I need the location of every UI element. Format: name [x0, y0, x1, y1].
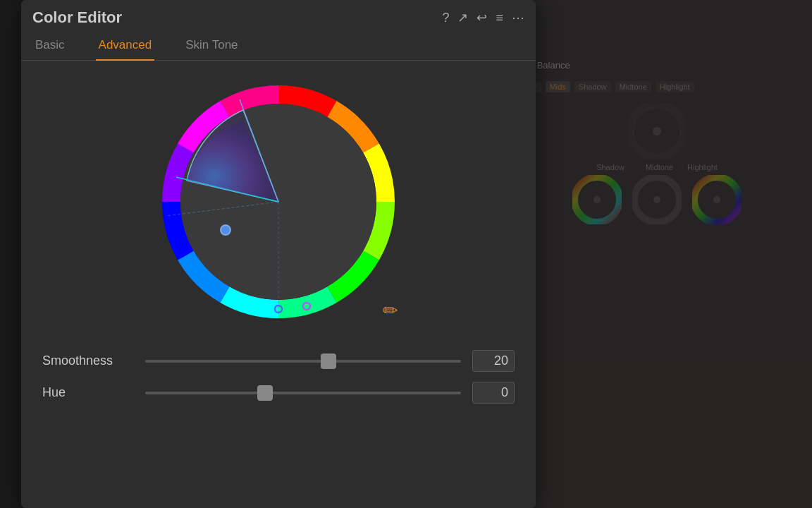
cb-tab-shadow[interactable]: Shadow — [574, 81, 611, 92]
undo-icon[interactable]: ↩ — [476, 10, 487, 25]
svg-point-7 — [713, 196, 720, 203]
cb-tab-mids[interactable]: Mids — [546, 81, 570, 92]
hue-value[interactable]: 0 — [472, 382, 515, 404]
tab-advanced[interactable]: Advanced — [96, 32, 155, 61]
svg-point-1 — [653, 127, 661, 135]
color-balance-panel: Color Balance Master Mids Shadow Midtone… — [509, 56, 805, 224]
toolbar-icons: ? ↗ ↩ ≡ ⋯ — [442, 10, 524, 25]
help-icon[interactable]: ? — [442, 11, 449, 25]
mini-wheels-row2 — [509, 175, 805, 224]
color-wheel-container: ✏ — [21, 61, 536, 343]
color-wheel-wrapper: ✏ — [152, 75, 405, 336]
svg-point-3 — [593, 196, 601, 203]
mw-label-shadow: Shadow — [596, 163, 625, 171]
smoothness-value[interactable]: 20 — [472, 350, 515, 372]
hue-thumb[interactable] — [257, 385, 273, 401]
mini-wheels-row1 — [509, 103, 805, 159]
hue-slider-track[interactable] — [145, 386, 461, 400]
hue-label: Hue — [42, 385, 134, 400]
color-balance-title: Color Balance — [509, 56, 805, 74]
smoothness-track — [145, 360, 461, 363]
mw-label-midtone: Midtone — [646, 163, 673, 171]
menu-icon[interactable]: ≡ — [496, 11, 503, 25]
mini-wheel-shadow — [572, 175, 622, 224]
mini-wheel-highlight — [692, 175, 742, 224]
link-icon[interactable]: ↗ — [457, 10, 468, 25]
panel-title: Color Editor — [32, 8, 122, 27]
mini-wheel-center — [629, 103, 685, 159]
mini-wheel-midtone — [632, 175, 682, 224]
sliders-section: Smoothness 20 Hue 0 — [21, 343, 536, 421]
smoothness-slider-track[interactable] — [145, 354, 461, 368]
smoothness-thumb[interactable] — [321, 353, 336, 369]
hue-track — [145, 392, 461, 394]
tab-bar: Basic Advanced Skin Tone — [21, 32, 536, 61]
cb-tab-highlight[interactable]: Highlight — [656, 81, 694, 92]
smoothness-row: Smoothness 20 — [42, 350, 515, 372]
title-bar: Color Editor ? ↗ ↩ ≡ ⋯ — [21, 0, 536, 32]
color-balance-tabs: Master Mids Shadow Midtone Highlight — [509, 81, 805, 92]
color-wheel[interactable] — [152, 75, 405, 329]
hue-row: Hue 0 — [42, 382, 515, 404]
color-editor-panel: Color Editor ? ↗ ↩ ≡ ⋯ Basic Advanced Sk… — [21, 0, 536, 508]
tab-skin-tone[interactable]: Skin Tone — [183, 32, 240, 61]
cb-tab-midtone[interactable]: Midtone — [615, 81, 651, 92]
pencil-button[interactable]: ✏ — [383, 300, 398, 322]
tab-basic[interactable]: Basic — [32, 32, 68, 61]
smoothness-label: Smoothness — [42, 353, 134, 368]
svg-point-13 — [221, 225, 230, 235]
mw-label-highlight: Highlight — [687, 163, 718, 171]
more-icon[interactable]: ⋯ — [512, 10, 524, 25]
svg-point-5 — [653, 196, 660, 203]
